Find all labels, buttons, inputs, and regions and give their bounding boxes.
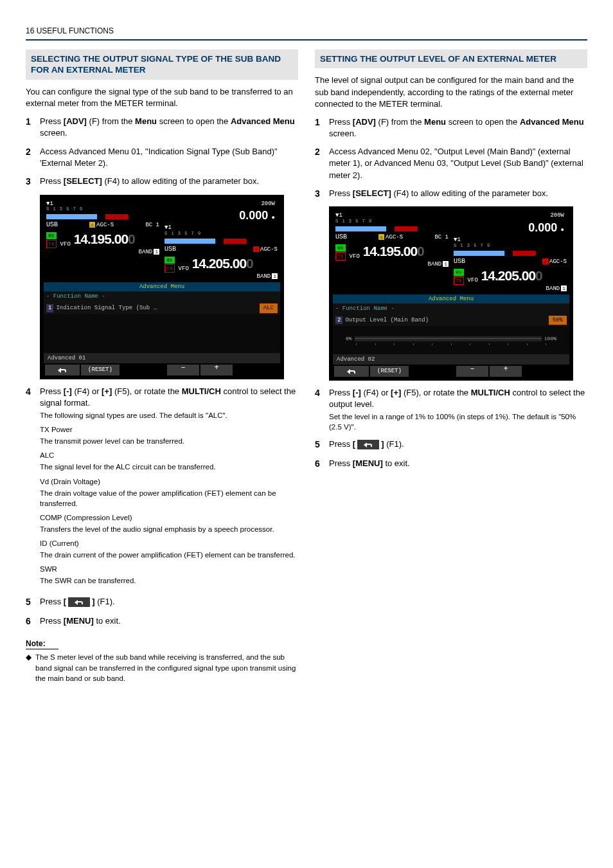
step-num: 3 [315,188,329,201]
minus-button[interactable]: – [456,366,488,377]
s-meter-labels: S 1 3 5 7 9 [164,231,278,237]
rx-badge: RX [454,269,464,276]
back-button[interactable] [45,365,80,375]
signal-title: ALC [40,450,298,460]
blank-area [44,314,280,353]
chapter-header: 16 USEFUL FUNCTIONS [26,26,587,37]
tx-badge: TX [46,240,57,248]
intro-right: The level of signal output can be config… [315,75,587,110]
s-meter-labels: S 1 3 5 7 9 [454,243,567,249]
signal-desc: The SWR can be transferred. [40,575,298,586]
spacer [410,366,455,377]
step-num: 6 [26,615,40,628]
section-title-right: SETTING THE OUTPUT LEVEL OF AN EXTERNAL … [315,50,587,69]
signal-title: Vd (Drain Voltage) [40,476,298,487]
frequency-main: 14.195.000 [71,230,135,248]
note-text: The S meter level of the sub band while … [35,652,298,683]
menu-item-label: Output Level (Main Band) [345,316,548,325]
spacer [234,365,279,375]
vfo-label: VFO [468,276,478,285]
s-meter-bar [164,239,278,244]
s-meter-labels: S 1 3 5 7 9 [335,219,449,225]
step-4: Press [-] (F4) or [+] (F5), or rotate th… [40,386,298,590]
header-rule [26,39,587,41]
advanced-footer: Advanced 01 [44,353,280,364]
step-2: Access Advanced Menu 02, "Output Level (… [329,146,587,181]
back-arrow-icon [364,442,373,448]
mode-usb: USB [335,233,347,242]
step-6: Press [MENU] to exit. [329,458,587,471]
right-column: SETTING THE OUTPUT LEVEL OF AN EXTERNAL … [315,50,587,855]
reset-button[interactable]: (RESET) [81,365,120,375]
radio-screenshot-left: ▼1 S 1 3 5 7 9 USB ⚠AGC-S BC 1 RX TX [40,195,284,379]
frequency-sub: 14.205.000 [478,266,542,285]
reset-button[interactable]: (RESET) [370,366,409,377]
step-num: 5 [315,439,329,451]
menu-item-number: 2 [335,316,342,325]
vfo-label: VFO [60,240,71,249]
s-meter-bar [454,251,567,256]
left-column: SELECTING THE OUTPUT SIGNAL TYPE OF THE … [26,50,298,855]
radio-screenshot-right: ▼1 S 1 3 5 7 9 USB ⚠AGC-S BC 1 RX TX [329,206,573,380]
vfo-label: VFO [350,253,360,261]
function-name-header: - Function Name - [44,291,280,302]
rx-badge: RX [164,257,175,264]
soft-button-row: (RESET) – + [333,365,569,377]
spacer [523,366,568,377]
minus-button[interactable]: – [167,365,199,375]
note-body: ◆ The S meter level of the sub band whil… [26,652,298,683]
slider-area: 0% 100% [333,326,569,354]
tx-badge: TX [454,276,464,285]
advanced-menu-bar: Advanced Menu [333,294,569,304]
step-2: Access Advanced Menu 01, "Indication Sig… [40,146,298,169]
step-5: Press [] (F1). [329,439,587,451]
menu-item-row: 1 Indication Signal Type (Sub … ALC [44,302,280,314]
back-arrow-icon [75,599,84,605]
power-readout: 200W0.000 ● [164,200,278,224]
tx-badge: TX [164,264,175,273]
step-5: Press [] (F1). [40,596,298,609]
s-meter-labels: S 1 3 5 7 9 [46,206,159,213]
mode-usb: USB [164,245,176,254]
mode-usb: USB [454,257,465,266]
back-button[interactable] [334,366,369,377]
signal-desc: The signal level for the ALC circuit can… [40,462,298,472]
frequency-sub: 14.205.000 [189,254,253,273]
step-4-sub: The following signal types are used. The… [40,410,298,420]
menu-item-value: ALC [260,303,278,313]
menu-item-label: Indication Signal Type (Sub … [56,304,259,312]
s-meter-bar [335,226,449,231]
advanced-footer: Advanced 02 [333,354,569,365]
mode-usb: USB [46,221,58,230]
agc-label: ⚠AGC-S [542,258,567,266]
note-heading: Note: [26,638,58,650]
step-num: 5 [26,596,40,609]
step-4: Press [-] (F4) or [+] (F5), or rotate th… [329,387,587,433]
signal-desc: Transfers the level of the audio signal … [40,524,298,534]
band-label: BAND1 [164,273,278,281]
step-6: Press [MENU] to exit. [40,615,298,628]
signal-desc: The drain current of the power amplifica… [40,550,298,560]
s-meter-bar [46,214,159,219]
slider-max: 100% [544,335,556,342]
agc-label: ⚠AGC-S [253,246,278,254]
back-button-inline [357,440,379,449]
tx-badge: TX [335,252,346,260]
plus-button[interactable]: + [490,366,522,377]
back-button-inline [68,597,90,607]
menu-item-value: 50% [549,316,567,325]
step-num: 1 [26,116,40,139]
band-label: BAND1 [46,248,159,257]
band-label: BAND1 [454,285,567,293]
band-label: BAND1 [335,260,449,269]
soft-button-row: (RESET) – + [44,363,280,375]
step-num: 3 [26,176,40,188]
bc-label: BC 1 [434,233,449,242]
bc-label: BC 1 [145,221,159,230]
plus-button[interactable]: + [200,365,233,375]
slider-bar [355,336,542,341]
step-3: Press [SELECT] (F4) to allow editing of … [40,176,298,188]
agc-label: ⚠AGC-S [378,233,403,242]
rx-badge: RX [335,244,346,251]
step-num: 2 [315,146,329,181]
